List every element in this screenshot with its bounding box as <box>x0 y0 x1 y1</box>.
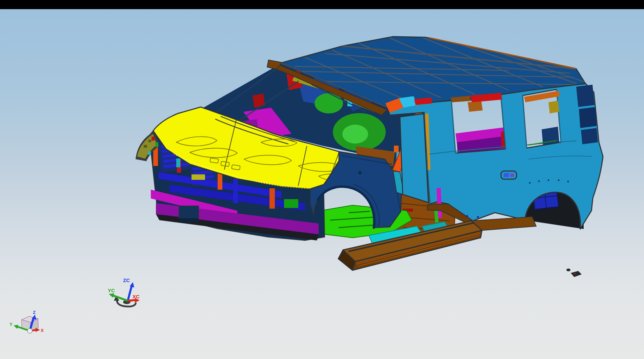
abs-triad[interactable]: Z Y X <box>9 310 44 333</box>
quarter-window-parts <box>524 91 560 145</box>
window-bracket-brown <box>468 101 483 112</box>
abs-x-arrowhead <box>36 328 40 332</box>
tip-cyan-speck <box>148 151 151 155</box>
front-underbox[interactable] <box>179 206 199 222</box>
viewport-canvas[interactable]: ZC YC XC Z Y X <box>0 9 644 359</box>
tip-red-speck <box>152 136 155 141</box>
car-model[interactable] <box>136 37 603 277</box>
abs-z-label: Z <box>33 310 36 315</box>
inner-red-small <box>253 93 265 108</box>
graphics-viewport[interactable]: ZC YC XC Z Y X <box>0 9 644 359</box>
tip-detail2 <box>148 140 151 142</box>
tip-green-speck <box>156 142 158 147</box>
hinge-orange-bit <box>394 146 399 152</box>
wcs-z-label: ZC <box>123 277 130 283</box>
wcs-y-arrowhead <box>109 293 114 298</box>
door-handle-blue <box>504 173 509 177</box>
post-blue <box>233 179 238 203</box>
abs-y-label: Y <box>9 322 13 327</box>
abs-origin-sphere[interactable] <box>27 329 32 333</box>
seat-highlight <box>342 125 368 144</box>
door-handle-purple <box>510 174 514 177</box>
bay-yellow-bit <box>192 174 205 180</box>
top-bar <box>0 0 644 9</box>
wcs-x-axis[interactable] <box>128 300 136 301</box>
tip-detail1 <box>144 145 147 148</box>
abs-y-arrowhead <box>14 325 18 329</box>
quarter-window-olive-tab <box>548 101 559 113</box>
cad-application-window: ZC YC XC Z Y X <box>0 0 644 359</box>
wcs-y-label: YC <box>108 288 115 293</box>
bay-teal-bit <box>176 159 180 167</box>
wcs-triad[interactable]: ZC YC XC <box>108 277 140 307</box>
d-pillar-navy-2 <box>579 107 597 128</box>
d-pillar-navy-3 <box>581 128 598 144</box>
bay-green-bit2 <box>284 199 298 208</box>
d-pillar-navy-1 <box>576 85 595 107</box>
abs-x-label: X <box>41 328 44 333</box>
wcs-x-label: XC <box>133 294 140 299</box>
debris <box>566 269 582 277</box>
fender-hole <box>358 171 362 174</box>
wcs-z-axis[interactable] <box>128 287 132 301</box>
brace-orange-3 <box>269 188 275 209</box>
